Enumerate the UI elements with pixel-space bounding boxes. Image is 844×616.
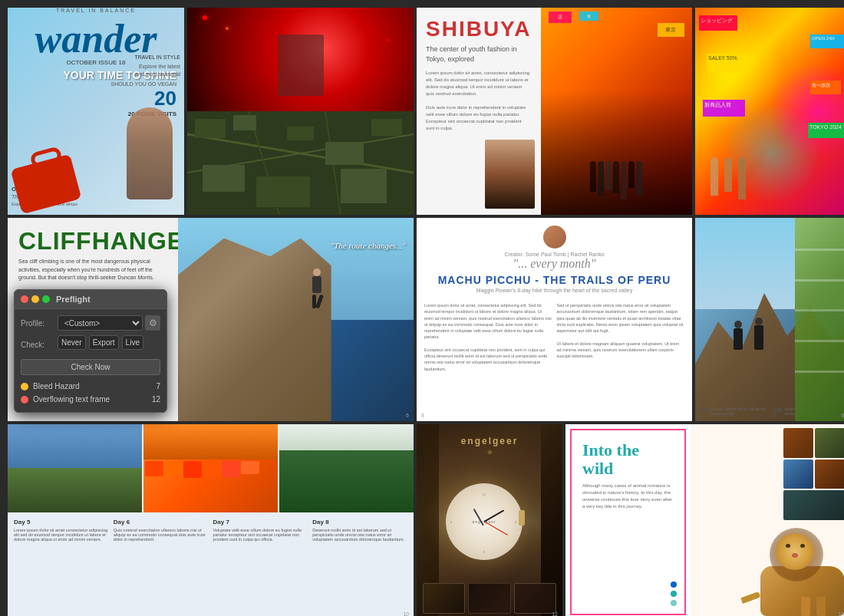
bleed-hazard-label: Bleed Hazard: [33, 382, 80, 390]
bright-sign-2: OPEN 24H: [810, 35, 844, 48]
crowd-person-3: [605, 161, 612, 190]
building-2: [164, 461, 183, 475]
lion-head: [776, 533, 814, 570]
person-figure: [127, 107, 173, 199]
machu-body-text: Lorem ipsum dolor sit amet, consectetur …: [424, 302, 684, 372]
wander-cover-cell[interactable]: TRAVEL IN BALANCE wander OCTOBER ISSUE 1…: [8, 8, 184, 215]
day-6-text: Quis nostrud exercitation ullamco labori…: [114, 528, 209, 542]
watch-ad-cell[interactable]: engelgeer 12 6 3 9 engelgeer ⊕: [417, 424, 562, 616]
wander-travel-style-sub2: and most seasonal: [134, 71, 180, 78]
terraces-overlay: [795, 218, 844, 421]
crowd-person-7: [636, 161, 642, 195]
svg-rect-10: [203, 165, 245, 192]
terrace-line-3: [795, 309, 844, 311]
town-buildings: [143, 460, 278, 512]
bleed-hazard-row: Bleed Hazard 7: [21, 380, 160, 393]
preflight-header: Preflight: [15, 290, 166, 309]
crowd-person-2: [598, 161, 604, 196]
neon-dot-3: [387, 38, 391, 42]
window-close-button[interactable]: [21, 295, 28, 303]
check-live-button[interactable]: Live: [122, 335, 143, 350]
check-export-button[interactable]: Export: [89, 335, 119, 350]
lion-nose: [792, 553, 798, 558]
svg-rect-5: [195, 119, 226, 138]
wild-image-panel: 14: [691, 424, 844, 616]
wander-travel-style-sub: Explore the latest: [134, 63, 180, 71]
wild-dot-1: [671, 581, 677, 588]
crowd-person-5: [621, 161, 627, 199]
check-never-button[interactable]: Never: [58, 335, 86, 350]
mountain-photo-cell[interactable]: Day 1 Lorem ipsum dolor sit amet consect…: [695, 218, 844, 421]
shibuya-subtitle: The center of youth fashion in Tokyo, ex…: [426, 44, 532, 64]
peru-sky: [8, 424, 142, 468]
bleed-hazard-count: 7: [156, 382, 160, 390]
window-controls[interactable]: [21, 295, 50, 303]
building-5: [222, 461, 240, 477]
profile-label: Profile:: [21, 319, 58, 328]
check-buttons-group[interactable]: Never Export Live: [58, 335, 143, 350]
lion-leg-1: [816, 597, 826, 616]
machu-header: Creator: Some Paul Tomb | Rachel Ranko "…: [424, 226, 684, 293]
machu-article-cell[interactable]: Creator: Some Paul Tomb | Rachel Ranko "…: [417, 218, 692, 421]
machu-quote: "... every month": [424, 257, 684, 271]
wild-photo-3: [783, 460, 813, 489]
day-col-6: Day 6 Quis nostrud exercitation ullamco …: [114, 519, 209, 614]
overflow-text-count: 12: [152, 395, 160, 404]
preflight-profile-row: Profile: <Custom> ⚙: [21, 315, 160, 331]
neon-dot-1: [203, 15, 207, 20]
woman-photo-small: [485, 140, 535, 209]
second-hand: [484, 521, 508, 535]
neon-street-cell[interactable]: ショッピング OPEN 24H SALE!! 50% 食べ放題 新商品入荷 TO…: [695, 8, 844, 215]
building-3: [183, 461, 202, 478]
watch-thumb-2: [468, 583, 510, 614]
watch-brand-symbol: ⊕: [487, 449, 493, 456]
wild-dots: [671, 581, 677, 606]
shibuya-spread: SHIBUYA The center of youth fashion in T…: [417, 8, 692, 215]
forest-trees: [279, 450, 414, 512]
lion-eye-1: [786, 544, 790, 548]
day-5-header: Day 5: [14, 519, 109, 525]
machu-mountain-photo: Day 1 Lorem ipsum dolor sit amet consect…: [695, 218, 844, 421]
wander-cover-spread: TRAVEL IN BALANCE wander OCTOBER ISSUE 1…: [8, 8, 184, 215]
figure-2: [754, 318, 763, 350]
lion-eye-2: [800, 544, 805, 548]
svg-rect-7: [287, 127, 314, 140]
main-canvas: TRAVEL IN BALANCE wander OCTOBER ISSUE 1…: [0, 0, 844, 616]
svg-rect-6: [233, 115, 256, 130]
shibuya-title: SHIBUYA: [426, 17, 532, 41]
check-now-button[interactable]: Check Now: [21, 359, 160, 375]
terrace-line-2: [795, 279, 844, 282]
wild-photo-2: [815, 428, 844, 458]
watch-advertisement: engelgeer 12 6 3 9 engelgeer ⊕: [417, 424, 562, 616]
day-col-8: Day 8 Deserunt mollit anim id est laboru…: [312, 519, 407, 614]
climber-torso: [312, 276, 321, 293]
preflight-panel[interactable]: Preflight Profile: <Custom> ⚙ Check: Nev…: [14, 289, 167, 413]
svg-rect-8: [325, 142, 364, 165]
street-person-2: [724, 157, 732, 192]
cliff-quote: "The route changes...": [331, 241, 406, 250]
neon-street-spread: ショッピング OPEN 24H SALE!! 50% 食べ放題 新商品入荷 TO…: [695, 8, 844, 215]
peru-itinerary-cell[interactable]: Day 5 Lorem ipsum dolor sit amet consect…: [8, 424, 414, 616]
crowd-person-1: [590, 161, 596, 192]
map-image: [187, 111, 414, 215]
cliff-photo: "The route changes..." 6: [178, 218, 414, 421]
map-svg: [187, 111, 414, 215]
gear-button[interactable]: ⚙: [145, 315, 160, 331]
shibuya-body-text: Lorem ipsum dolor sit amet, consectetur …: [426, 70, 532, 132]
machu-col-1: Lorem ipsum dolor sit amet, consectetur …: [424, 302, 552, 372]
dark-city-cell[interactable]: [187, 8, 414, 215]
watch-crown: [519, 510, 525, 525]
machu-author: Maggie Rowan's 8-day hike through the he…: [424, 288, 684, 293]
figures-group: [734, 318, 763, 350]
into-wild-cell[interactable]: Into the wild Although many cases of ani…: [565, 424, 844, 616]
bleed-hazard-icon: [21, 383, 28, 390]
profile-select[interactable]: <Custom>: [58, 315, 143, 331]
shibuya-cell[interactable]: SHIBUYA The center of youth fashion in T…: [417, 8, 692, 215]
machu-page-num: 8: [421, 413, 424, 418]
wander-bag-decoration: [8, 61, 92, 215]
window-minimize-button[interactable]: [31, 295, 39, 303]
peru-town-photo: [143, 424, 278, 512]
day-2-label: Day 2: [773, 407, 785, 417]
sign-2: 食: [579, 12, 598, 21]
window-maximize-button[interactable]: [42, 295, 50, 303]
